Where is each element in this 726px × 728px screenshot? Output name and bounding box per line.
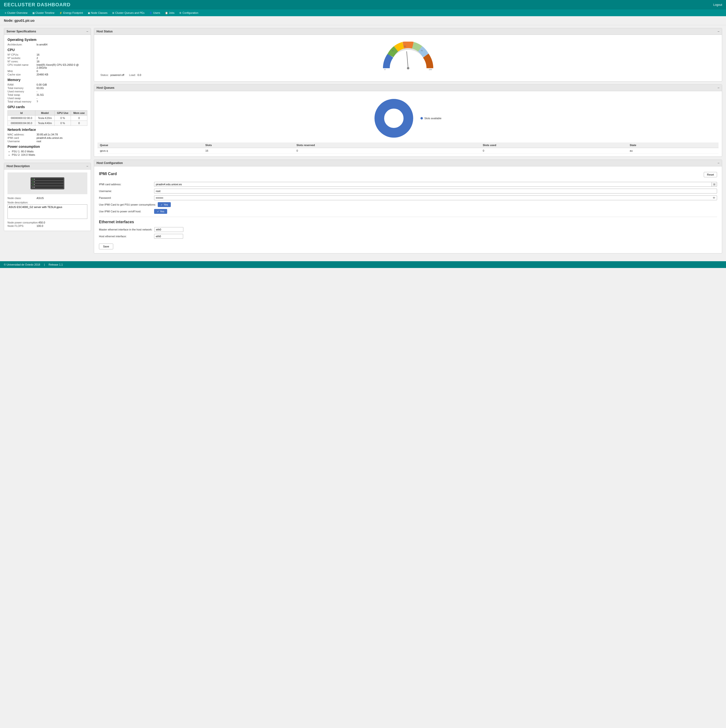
gpu-table-row: 00000000:84:00.0 Tesla K40m 0 % 0 xyxy=(8,121,87,126)
nav-item-jobs[interactable]: 📋 Jobs xyxy=(163,11,176,15)
energy-icon: ⚡ xyxy=(59,12,62,14)
master-eth-row: Master ethernet interface in the host ne… xyxy=(99,227,717,232)
logout-button[interactable]: Logout xyxy=(713,3,722,6)
cpu-model-row: CPU model name Intel(R) Xeon(R) CPU E5-2… xyxy=(8,63,87,69)
memory-section-title: Memory xyxy=(8,78,87,82)
master-eth-label: Master ethernet interface in the host ne… xyxy=(99,228,152,231)
cpu-cores-key: Nº cores: xyxy=(8,60,37,63)
gpu-col-model: Model xyxy=(35,110,54,116)
nav-label-nodeclasses: Node Classes xyxy=(91,11,107,14)
nav-item-overview[interactable]: ≡ Cluster Overview xyxy=(3,11,29,15)
server-specs-title: Server Specifications xyxy=(6,30,36,33)
nav-item-queues[interactable]: ⊞ Cluster Queues and PEs xyxy=(110,11,146,15)
node-power-row: Node power consumption: 450.0 xyxy=(8,221,87,224)
host-eth-input[interactable] xyxy=(154,234,183,239)
node-desc-textarea[interactable]: ASUS ESC4000_G2 server with TESLA gpus xyxy=(8,204,87,219)
col-queue: Queue xyxy=(98,142,203,148)
power-toggle-label: Use IPMI Card to power on/off host: xyxy=(99,210,152,213)
ipmi-username-input[interactable] xyxy=(154,189,717,193)
donut-svg xyxy=(374,99,413,138)
host-description-collapse[interactable]: − xyxy=(86,164,88,168)
host-status-collapse[interactable]: − xyxy=(718,30,720,33)
svg-point-2 xyxy=(407,67,409,69)
legend-slots-available: Slots available xyxy=(420,117,441,120)
ipmi-address-icon[interactable]: ⊞ xyxy=(711,182,717,187)
os-arch-key: Architecture: xyxy=(8,43,37,46)
col-slots: Slots xyxy=(203,142,294,148)
footer-copyright: © Universidad de Oviedo 2018 xyxy=(4,263,40,266)
swap-total-key: Total swap xyxy=(8,93,37,96)
cpu-cache-row: Cache size 20480 KB xyxy=(8,73,87,76)
queue-table-row: gpus.q 16 0 0 au xyxy=(98,148,718,154)
swap-used-val: - xyxy=(37,97,37,99)
ipmi-address-input[interactable] xyxy=(154,182,711,187)
gpu-model: Tesla K40m xyxy=(35,121,54,126)
gpu-use: 0 % xyxy=(54,121,71,126)
power-toggle-button[interactable]: ✓ Yes xyxy=(154,209,167,214)
power-section-title: Power consumption xyxy=(8,145,87,148)
ipmi-password-input[interactable] xyxy=(154,196,711,200)
queues-icon: ⊞ xyxy=(112,12,114,14)
mac-val: 30:85:a9:1c:34:78 xyxy=(37,133,58,136)
overview-icon: ≡ xyxy=(5,12,6,14)
gpu-id: 00000000:02:00.0 xyxy=(8,116,35,121)
username-row: Username root xyxy=(8,140,87,143)
svg-text:75: 75 xyxy=(421,50,423,52)
nav-item-timeline[interactable]: ▦ Cluster Timeline xyxy=(31,11,57,15)
gpu-col-use: GPU Use xyxy=(54,110,71,116)
node-class-val: ASUS xyxy=(37,197,44,200)
cpu-cores-val: 16 xyxy=(37,60,40,63)
donut-container: Slots available xyxy=(98,94,718,142)
mac-key: MAC address: xyxy=(8,133,37,136)
ipmi-section-title: IPMI Card xyxy=(99,172,117,176)
host-queues-panel: Host Queues − Slots available xyxy=(94,84,722,157)
main-content: Server Specifications − Operating System… xyxy=(0,25,726,256)
nav-item-nodeclasses[interactable]: ▣ Node Classes xyxy=(86,11,109,15)
svg-point-9 xyxy=(387,111,401,125)
queue-slots-used: 0 xyxy=(481,148,628,154)
footer-release: Release 1.1 xyxy=(49,263,63,266)
ipmi-val: piradm4.edu.uniovi.es xyxy=(37,136,63,139)
password-toggle-icon[interactable]: 👁 xyxy=(711,196,717,200)
nav-item-config[interactable]: ⚙ Configuration xyxy=(177,11,200,15)
nav-label-queues: Cluster Queues and PEs xyxy=(115,11,144,14)
host-status-title: Host Status xyxy=(96,30,113,33)
cpu-cache-val: 20480 KB xyxy=(37,73,48,76)
mem-used-row: Used memory - xyxy=(8,90,87,93)
os-arch-val: lx-amd64 xyxy=(37,43,47,46)
server-specs-collapse[interactable]: − xyxy=(86,30,88,33)
mac-row: MAC address: 30:85:a9:1c:34:78 xyxy=(8,133,87,136)
mem-ram-row: RAM: 0.00 GiB xyxy=(8,83,87,86)
host-config-collapse[interactable]: − xyxy=(718,161,720,165)
os-section-title: Operating System xyxy=(8,38,87,41)
save-button[interactable]: Save xyxy=(99,243,113,249)
nav-item-energy[interactable]: ⚡ Energy Footprint xyxy=(57,11,85,15)
server-specs-header: Server Specifications − xyxy=(4,28,91,35)
mem-total-key: Total memory xyxy=(8,87,37,89)
ipmi-row: IPMI card piradm4.edu.uniovi.es xyxy=(8,136,87,139)
power-check-icon: ✓ xyxy=(157,210,159,213)
host-status-body: 0 50 100 25 75 Status: powered off Load:… xyxy=(94,35,722,81)
gpu-col-id: Id xyxy=(8,110,35,116)
nav-label-overview: Cluster Overview xyxy=(7,11,28,14)
cpu-mhz-val: 0 xyxy=(37,70,38,73)
load-label: Load: 0.0 xyxy=(129,73,141,76)
power-toggle-label-text: Yes xyxy=(160,210,164,213)
mem-used-key: Used memory xyxy=(8,90,37,93)
config-divider xyxy=(99,217,717,217)
ipmi-username-label: Username: xyxy=(99,190,152,193)
swap-used-key: Used swap xyxy=(8,97,37,99)
footer: © Universidad de Oviedo 2018 | Release 1… xyxy=(0,261,726,268)
reset-button[interactable]: Reset xyxy=(704,172,717,177)
nav-item-users[interactable]: 👤 Users xyxy=(147,11,162,15)
master-eth-input[interactable] xyxy=(154,227,183,232)
psu-toggle-button[interactable]: ✓ Yes xyxy=(158,202,171,207)
gpu-use: 0 % xyxy=(54,116,71,121)
gpu-mem: 0 xyxy=(71,121,87,126)
host-queues-collapse[interactable]: − xyxy=(718,86,720,89)
username-val: root xyxy=(37,140,41,143)
mem-ram-key: RAM: xyxy=(8,83,37,86)
host-eth-row: Host ethernet interface: xyxy=(99,234,717,239)
host-description-body: Node class: ASUS Node description: ASUS … xyxy=(4,170,91,231)
node-flops-row: Node FLOPS: 100.0 xyxy=(8,225,87,227)
